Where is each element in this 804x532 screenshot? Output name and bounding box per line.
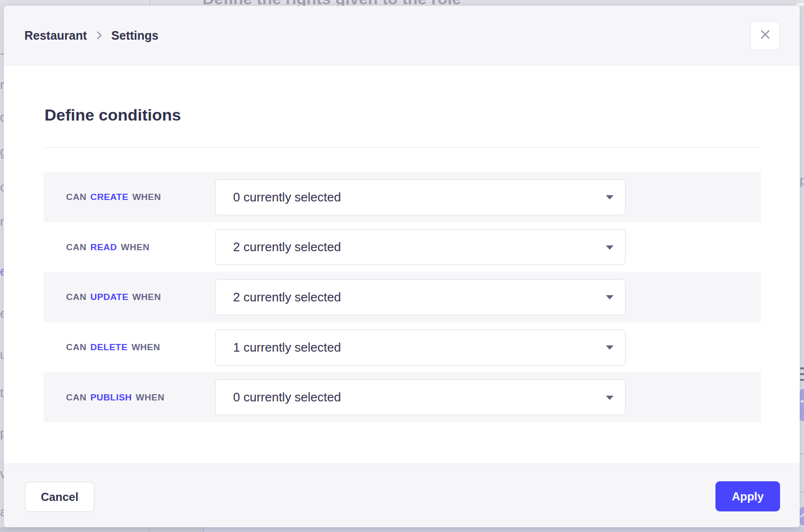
condition-row-create: CAN CREATE WHEN 0 currently selected <box>44 172 761 222</box>
condition-label: CAN CREATE WHEN <box>66 192 161 202</box>
label-action: CREATE <box>90 192 129 202</box>
label-prefix: CAN <box>66 292 87 302</box>
label-prefix: CAN <box>66 392 87 403</box>
background-divider-fragment <box>203 527 204 532</box>
caret-down-icon <box>606 295 614 299</box>
caret-down-icon <box>606 195 614 200</box>
label-prefix: CAN <box>66 342 87 353</box>
modal-header: Restaurant Settings <box>4 6 800 66</box>
label-suffix: WHEN <box>132 192 161 202</box>
conditions-list: CAN CREATE WHEN 0 currently selected CAN… <box>44 172 761 422</box>
label-suffix: WHEN <box>132 292 161 302</box>
breadcrumb: Restaurant Settings <box>24 29 158 43</box>
condition-row-publish: CAN PUBLISH WHEN 0 currently selected <box>44 372 761 422</box>
label-action: READ <box>90 242 117 253</box>
condition-label: CAN UPDATE WHEN <box>66 292 161 302</box>
close-button[interactable] <box>750 21 780 50</box>
select-value: 0 currently selected <box>233 390 341 405</box>
screen: Define the rights given to the role -rdg… <box>0 0 804 532</box>
close-icon <box>759 28 771 43</box>
label-action: PUBLISH <box>90 392 132 403</box>
caret-down-icon <box>606 245 614 250</box>
apply-button[interactable]: Apply <box>715 481 780 511</box>
chevron-right-icon <box>96 31 102 40</box>
background-divider-fragment <box>800 491 804 492</box>
conditions-select-publish[interactable]: 0 currently selected <box>215 379 625 415</box>
conditions-select-delete[interactable]: 1 currently selected <box>215 330 625 366</box>
label-prefix: CAN <box>66 242 87 253</box>
condition-label: CAN DELETE WHEN <box>66 342 160 353</box>
define-conditions-modal: Restaurant Settings Define conditions <box>4 6 800 527</box>
breadcrumb-item-restaurant[interactable]: Restaurant <box>24 29 87 43</box>
select-value: 2 currently selected <box>233 240 341 255</box>
conditions-select-read[interactable]: 2 currently selected <box>215 229 625 265</box>
label-action: UPDATE <box>90 292 129 302</box>
background-button-fragment <box>800 507 804 525</box>
background-button-glyph-fragment <box>800 513 804 518</box>
select-value: 0 currently selected <box>233 190 341 205</box>
background-divider-fragment <box>149 527 150 532</box>
background-text-line-fragment <box>800 373 804 375</box>
label-suffix: WHEN <box>121 242 150 253</box>
condition-row-read: CAN READ WHEN 2 currently selected <box>44 222 761 273</box>
background-right-strip <box>800 6 804 527</box>
background-right-letter-fragment: p <box>800 173 804 188</box>
modal-title: Define conditions <box>45 105 181 124</box>
caret-down-icon <box>606 396 614 400</box>
select-value: 1 currently selected <box>233 340 341 355</box>
caret-down-icon <box>606 345 614 350</box>
title-divider <box>45 147 761 148</box>
condition-row-delete: CAN DELETE WHEN 1 currently selected <box>44 322 761 373</box>
conditions-select-create[interactable]: 0 currently selected <box>215 179 625 215</box>
label-suffix: WHEN <box>136 392 165 403</box>
condition-label: CAN READ WHEN <box>66 242 150 253</box>
select-value: 2 currently selected <box>233 290 341 305</box>
modal-footer: Cancel Apply <box>4 464 800 527</box>
background-bottom-table-fragment <box>203 527 804 532</box>
label-action: DELETE <box>90 342 128 353</box>
background-button-glyph-fragment <box>801 400 804 402</box>
label-suffix: WHEN <box>132 342 160 353</box>
background-divider-fragment <box>800 454 804 454</box>
condition-label: CAN PUBLISH WHEN <box>66 392 165 403</box>
cancel-button[interactable]: Cancel <box>25 482 94 512</box>
background-button-fragment <box>800 389 804 421</box>
background-text-line-fragment <box>800 379 804 381</box>
label-prefix: CAN <box>66 192 87 202</box>
breadcrumb-item-settings[interactable]: Settings <box>112 29 159 43</box>
conditions-select-update[interactable]: 2 currently selected <box>215 279 625 315</box>
background-text-line-fragment <box>800 367 804 369</box>
condition-row-update: CAN UPDATE WHEN 2 currently selected <box>44 272 761 322</box>
